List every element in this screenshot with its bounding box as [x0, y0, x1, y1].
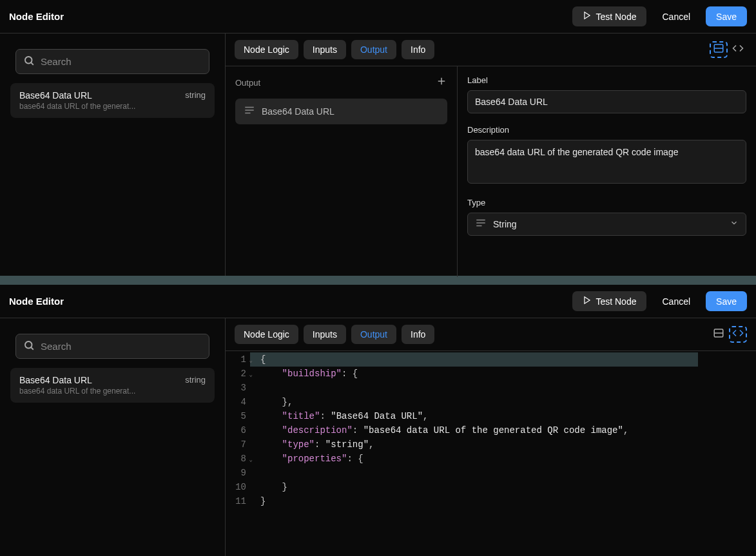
header-actions: Test Node Cancel Save	[572, 6, 747, 26]
search-input[interactable]	[15, 49, 209, 74]
output-sidebar: Base64 Data URL base64 data URL of the g…	[0, 318, 226, 556]
node-editor-panel-form: Node Editor Test Node Cancel Save Base	[0, 0, 756, 276]
list-item[interactable]: Base64 Data URL base64 data URL of the g…	[10, 368, 215, 403]
code-content[interactable]: { "buildship": { }, "title": "Base64 Dat…	[250, 351, 756, 556]
form-view-icon	[713, 43, 724, 57]
cancel-button[interactable]: Cancel	[652, 291, 701, 311]
list-item-desc: base64 data URL of the generat...	[19, 102, 135, 111]
code-gutter: 1⌄ 2⌄ 3 4 5 6 7 8⌄ 9 10 11	[226, 351, 250, 556]
panel-divider	[0, 276, 756, 285]
list-item-title: Base64 Data URL	[19, 90, 135, 101]
type-select[interactable]: String	[467, 213, 746, 236]
tab-output[interactable]: Output	[351, 40, 396, 59]
output-list-column: Output Base64 Data URL	[226, 66, 458, 277]
type-value: String	[493, 219, 723, 229]
tab-output[interactable]: Output	[351, 325, 396, 344]
tab-node-logic[interactable]: Node Logic	[235, 40, 298, 59]
play-icon	[583, 11, 592, 22]
output-form-column: Label Description Type String	[458, 66, 756, 277]
add-output-button[interactable]	[436, 75, 447, 90]
label-field-label: Label	[467, 75, 746, 85]
label-input[interactable]	[467, 90, 746, 113]
form-view-toggle[interactable]	[710, 326, 728, 343]
header: Node Editor Test Node Cancel Save	[0, 0, 756, 34]
tab-info[interactable]: Info	[402, 40, 434, 59]
chevron-down-icon	[730, 218, 739, 230]
text-icon	[475, 218, 487, 230]
output-header: Output	[235, 78, 260, 88]
list-item-type: string	[185, 375, 206, 385]
svg-point-1	[25, 57, 32, 64]
test-node-label: Test Node	[596, 296, 636, 307]
svg-point-14	[25, 341, 32, 349]
svg-marker-0	[585, 12, 590, 19]
search-input[interactable]	[15, 334, 209, 359]
tab-inputs[interactable]: Inputs	[304, 40, 346, 59]
fold-icon[interactable]: ⌄	[249, 354, 253, 368]
description-field-label: Description	[467, 125, 746, 135]
text-icon	[244, 106, 255, 117]
code-view-toggle[interactable]	[729, 326, 747, 343]
form-view-toggle[interactable]	[710, 41, 728, 58]
test-node-button[interactable]: Test Node	[572, 291, 646, 311]
description-input[interactable]	[467, 140, 746, 184]
play-icon	[583, 296, 592, 307]
view-toggle	[710, 41, 747, 58]
type-field-label: Type	[467, 198, 746, 207]
tab-inputs[interactable]: Inputs	[304, 325, 346, 344]
view-toggle	[710, 326, 747, 343]
fold-icon[interactable]: ⌄	[249, 453, 253, 467]
list-item-desc: base64 data URL of the generat...	[19, 387, 135, 396]
search-icon	[23, 55, 35, 69]
output-item[interactable]: Base64 Data URL	[235, 99, 447, 124]
page-title: Node Editor	[9, 296, 64, 307]
form-view-icon	[713, 327, 724, 341]
list-item-title: Base64 Data URL	[19, 375, 135, 385]
list-item-type: string	[185, 90, 206, 100]
output-item-label: Base64 Data URL	[262, 106, 334, 117]
svg-line-15	[31, 347, 33, 349]
save-button[interactable]: Save	[706, 6, 747, 26]
fold-icon[interactable]: ⌄	[249, 368, 253, 382]
tab-node-logic[interactable]: Node Logic	[235, 325, 298, 344]
save-button[interactable]: Save	[706, 291, 747, 311]
page-title: Node Editor	[9, 11, 64, 22]
header: Node Editor Test Node Cancel Save	[0, 285, 756, 318]
cancel-button[interactable]: Cancel	[652, 6, 701, 26]
node-editor-panel-code: Node Editor Test Node Cancel Save Base	[0, 285, 756, 556]
output-sidebar: Base64 Data URL base64 data URL of the g…	[0, 34, 226, 276]
search-icon	[23, 340, 35, 354]
header-actions: Test Node Cancel Save	[572, 291, 747, 311]
code-view-toggle[interactable]	[729, 41, 747, 58]
test-node-label: Test Node	[596, 12, 636, 22]
svg-line-2	[31, 62, 33, 64]
code-view-icon	[732, 327, 744, 341]
tab-info[interactable]: Info	[402, 325, 434, 344]
list-item[interactable]: Base64 Data URL base64 data URL of the g…	[10, 83, 215, 118]
json-code-editor[interactable]: 1⌄ 2⌄ 3 4 5 6 7 8⌄ 9 10 11 { "buildship"…	[226, 350, 756, 556]
test-node-button[interactable]: Test Node	[572, 6, 646, 26]
code-view-icon	[732, 43, 744, 57]
svg-marker-13	[585, 297, 590, 304]
